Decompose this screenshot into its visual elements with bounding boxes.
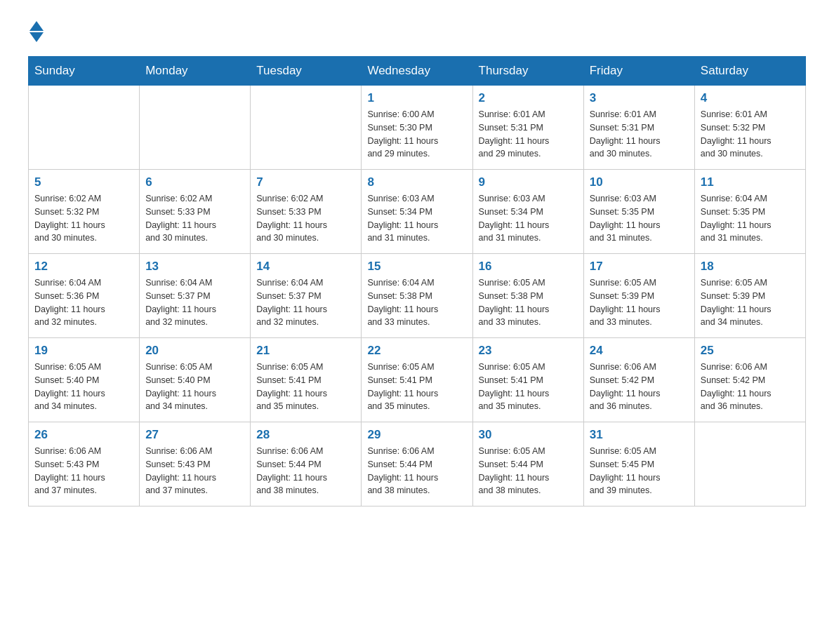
- calendar-header-sunday: Sunday: [29, 57, 140, 86]
- cell-info-text: Sunrise: 6:02 AM Sunset: 5:33 PM Dayligh…: [256, 192, 355, 245]
- calendar-cell: 15Sunrise: 6:04 AM Sunset: 5:38 PM Dayli…: [362, 254, 472, 338]
- cell-info-text: Sunrise: 6:06 AM Sunset: 5:43 PM Dayligh…: [145, 445, 244, 497]
- cell-day-number: 27: [145, 428, 244, 442]
- calendar-cell: 27Sunrise: 6:06 AM Sunset: 5:43 PM Dayli…: [140, 422, 251, 507]
- cell-day-number: 16: [479, 260, 578, 274]
- calendar-week-2: 5Sunrise: 6:02 AM Sunset: 5:32 PM Daylig…: [29, 170, 806, 254]
- cell-info-text: Sunrise: 6:02 AM Sunset: 5:32 PM Dayligh…: [34, 192, 133, 245]
- calendar-header-tuesday: Tuesday: [251, 57, 362, 86]
- cell-info-text: Sunrise: 6:05 AM Sunset: 5:44 PM Dayligh…: [479, 445, 578, 497]
- calendar-cell: 31Sunrise: 6:05 AM Sunset: 5:45 PM Dayli…: [583, 422, 694, 507]
- cell-day-number: 8: [367, 175, 466, 189]
- cell-day-number: 4: [701, 91, 800, 105]
- cell-info-text: Sunrise: 6:01 AM Sunset: 5:32 PM Dayligh…: [701, 108, 800, 161]
- calendar-cell: 29Sunrise: 6:06 AM Sunset: 5:44 PM Dayli…: [362, 422, 472, 507]
- calendar-cell: [251, 86, 362, 170]
- cell-info-text: Sunrise: 6:00 AM Sunset: 5:30 PM Dayligh…: [367, 108, 466, 161]
- calendar-week-1: 1Sunrise: 6:00 AM Sunset: 5:30 PM Daylig…: [29, 86, 806, 170]
- cell-day-number: 5: [34, 175, 133, 189]
- cell-info-text: Sunrise: 6:05 AM Sunset: 5:41 PM Dayligh…: [256, 361, 355, 413]
- cell-day-number: 7: [256, 175, 355, 189]
- cell-info-text: Sunrise: 6:04 AM Sunset: 5:37 PM Dayligh…: [145, 276, 244, 329]
- calendar-cell: 13Sunrise: 6:04 AM Sunset: 5:37 PM Dayli…: [140, 254, 251, 338]
- calendar-cell: 16Sunrise: 6:05 AM Sunset: 5:38 PM Dayli…: [472, 254, 583, 338]
- cell-info-text: Sunrise: 6:01 AM Sunset: 5:31 PM Dayligh…: [479, 108, 578, 161]
- cell-day-number: 23: [479, 344, 578, 358]
- calendar-cell: 8Sunrise: 6:03 AM Sunset: 5:34 PM Daylig…: [362, 170, 472, 254]
- calendar-cell: 22Sunrise: 6:05 AM Sunset: 5:41 PM Dayli…: [362, 338, 472, 422]
- cell-info-text: Sunrise: 6:04 AM Sunset: 5:37 PM Dayligh…: [256, 276, 355, 329]
- logo: [28, 21, 44, 42]
- cell-info-text: Sunrise: 6:03 AM Sunset: 5:34 PM Dayligh…: [367, 192, 466, 245]
- calendar-cell: 19Sunrise: 6:05 AM Sunset: 5:40 PM Dayli…: [29, 338, 140, 422]
- cell-info-text: Sunrise: 6:04 AM Sunset: 5:36 PM Dayligh…: [34, 276, 133, 329]
- calendar-table: SundayMondayTuesdayWednesdayThursdayFrid…: [28, 56, 806, 507]
- calendar-cell: 2Sunrise: 6:01 AM Sunset: 5:31 PM Daylig…: [472, 86, 583, 170]
- cell-day-number: 28: [256, 428, 355, 442]
- cell-day-number: 19: [34, 344, 133, 358]
- calendar-cell: 6Sunrise: 6:02 AM Sunset: 5:33 PM Daylig…: [140, 170, 251, 254]
- calendar-header-saturday: Saturday: [694, 57, 805, 86]
- cell-info-text: Sunrise: 6:05 AM Sunset: 5:39 PM Dayligh…: [590, 276, 689, 329]
- calendar-cell: 21Sunrise: 6:05 AM Sunset: 5:41 PM Dayli…: [251, 338, 362, 422]
- calendar-cell: 5Sunrise: 6:02 AM Sunset: 5:32 PM Daylig…: [29, 170, 140, 254]
- calendar-cell: 18Sunrise: 6:05 AM Sunset: 5:39 PM Dayli…: [694, 254, 805, 338]
- cell-info-text: Sunrise: 6:05 AM Sunset: 5:45 PM Dayligh…: [590, 445, 689, 497]
- calendar-cell: 26Sunrise: 6:06 AM Sunset: 5:43 PM Dayli…: [29, 422, 140, 507]
- cell-day-number: 10: [590, 175, 689, 189]
- cell-info-text: Sunrise: 6:06 AM Sunset: 5:44 PM Dayligh…: [256, 445, 355, 497]
- cell-info-text: Sunrise: 6:06 AM Sunset: 5:42 PM Dayligh…: [701, 361, 800, 413]
- cell-day-number: 9: [479, 175, 578, 189]
- calendar-cell: 1Sunrise: 6:00 AM Sunset: 5:30 PM Daylig…: [362, 86, 472, 170]
- calendar-cell: 12Sunrise: 6:04 AM Sunset: 5:36 PM Dayli…: [29, 254, 140, 338]
- cell-day-number: 31: [590, 428, 689, 442]
- cell-day-number: 2: [479, 91, 578, 105]
- calendar-cell: 20Sunrise: 6:05 AM Sunset: 5:40 PM Dayli…: [140, 338, 251, 422]
- cell-day-number: 24: [590, 344, 689, 358]
- calendar-cell: 3Sunrise: 6:01 AM Sunset: 5:31 PM Daylig…: [583, 86, 694, 170]
- calendar-week-3: 12Sunrise: 6:04 AM Sunset: 5:36 PM Dayli…: [29, 254, 806, 338]
- calendar-cell: 14Sunrise: 6:04 AM Sunset: 5:37 PM Dayli…: [251, 254, 362, 338]
- calendar-week-4: 19Sunrise: 6:05 AM Sunset: 5:40 PM Dayli…: [29, 338, 806, 422]
- calendar-cell: 9Sunrise: 6:03 AM Sunset: 5:34 PM Daylig…: [472, 170, 583, 254]
- calendar-cell: 24Sunrise: 6:06 AM Sunset: 5:42 PM Dayli…: [583, 338, 694, 422]
- cell-info-text: Sunrise: 6:05 AM Sunset: 5:39 PM Dayligh…: [701, 276, 800, 329]
- calendar-cell: 4Sunrise: 6:01 AM Sunset: 5:32 PM Daylig…: [694, 86, 805, 170]
- cell-day-number: 11: [701, 175, 800, 189]
- cell-info-text: Sunrise: 6:01 AM Sunset: 5:31 PM Dayligh…: [590, 108, 689, 161]
- calendar-header-wednesday: Wednesday: [362, 57, 472, 86]
- calendar-cell: [140, 86, 251, 170]
- calendar-cell: 7Sunrise: 6:02 AM Sunset: 5:33 PM Daylig…: [251, 170, 362, 254]
- calendar-cell: 25Sunrise: 6:06 AM Sunset: 5:42 PM Dayli…: [694, 338, 805, 422]
- cell-info-text: Sunrise: 6:03 AM Sunset: 5:35 PM Dayligh…: [590, 192, 689, 245]
- calendar-cell: 10Sunrise: 6:03 AM Sunset: 5:35 PM Dayli…: [583, 170, 694, 254]
- cell-info-text: Sunrise: 6:02 AM Sunset: 5:33 PM Dayligh…: [145, 192, 244, 245]
- cell-day-number: 21: [256, 344, 355, 358]
- cell-day-number: 26: [34, 428, 133, 442]
- cell-info-text: Sunrise: 6:06 AM Sunset: 5:44 PM Dayligh…: [367, 445, 466, 497]
- cell-day-number: 13: [145, 260, 244, 274]
- cell-info-text: Sunrise: 6:05 AM Sunset: 5:40 PM Dayligh…: [145, 361, 244, 413]
- calendar-header-friday: Friday: [583, 57, 694, 86]
- cell-day-number: 6: [145, 175, 244, 189]
- cell-info-text: Sunrise: 6:06 AM Sunset: 5:42 PM Dayligh…: [590, 361, 689, 413]
- calendar-header-row: SundayMondayTuesdayWednesdayThursdayFrid…: [29, 57, 806, 86]
- cell-info-text: Sunrise: 6:05 AM Sunset: 5:41 PM Dayligh…: [479, 361, 578, 413]
- calendar-header-thursday: Thursday: [472, 57, 583, 86]
- page-header: [28, 21, 806, 42]
- cell-day-number: 15: [367, 260, 466, 274]
- cell-info-text: Sunrise: 6:05 AM Sunset: 5:38 PM Dayligh…: [479, 276, 578, 329]
- calendar-cell: 17Sunrise: 6:05 AM Sunset: 5:39 PM Dayli…: [583, 254, 694, 338]
- cell-info-text: Sunrise: 6:05 AM Sunset: 5:41 PM Dayligh…: [367, 361, 466, 413]
- calendar-header-monday: Monday: [140, 57, 251, 86]
- calendar-cell: 30Sunrise: 6:05 AM Sunset: 5:44 PM Dayli…: [472, 422, 583, 507]
- cell-day-number: 25: [701, 344, 800, 358]
- calendar-cell: 23Sunrise: 6:05 AM Sunset: 5:41 PM Dayli…: [472, 338, 583, 422]
- cell-day-number: 30: [479, 428, 578, 442]
- calendar-cell: 28Sunrise: 6:06 AM Sunset: 5:44 PM Dayli…: [251, 422, 362, 507]
- calendar-cell: [29, 86, 140, 170]
- cell-day-number: 20: [145, 344, 244, 358]
- cell-info-text: Sunrise: 6:06 AM Sunset: 5:43 PM Dayligh…: [34, 445, 133, 497]
- cell-day-number: 3: [590, 91, 689, 105]
- cell-day-number: 12: [34, 260, 133, 274]
